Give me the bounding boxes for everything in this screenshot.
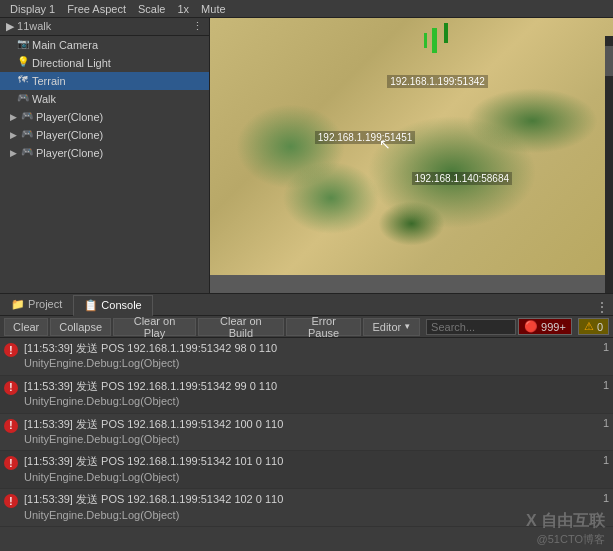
error-icon-0: !: [4, 343, 18, 357]
clear-button[interactable]: Clear: [4, 318, 48, 336]
hierarchy-label-player-3: Player(Clone): [36, 147, 103, 159]
error-count: 999+: [541, 321, 566, 333]
expand-arrow-3[interactable]: ▶: [10, 148, 20, 158]
hierarchy-menu-icon[interactable]: ⋮: [192, 20, 203, 33]
hierarchy-label-terrain: Terrain: [32, 75, 66, 87]
viewport[interactable]: 192.168.1.199:51342 192.168.1.199:51451 …: [210, 18, 613, 293]
msg-line2-1: UnityEngine.Debug:Log(Object): [24, 394, 589, 409]
msg-line1-3: [11:53:39] 发送 POS 192.168.1.199:51342 10…: [24, 454, 589, 469]
msg-line1-2: [11:53:39] 发送 POS 192.168.1.199:51342 10…: [24, 417, 589, 432]
error-icon-2: !: [4, 419, 18, 433]
console-message-4[interactable]: ! [11:53:39] 发送 POS 192.168.1.199:51342 …: [0, 489, 613, 527]
error-icon-1: !: [4, 381, 18, 395]
main-layout: ▶ 11walk ⋮ 📷 Main Camera 💡 Directional L…: [0, 18, 613, 293]
clear-on-build-button[interactable]: Clear on Build: [198, 318, 284, 336]
walk-icon: 🎮: [16, 92, 30, 106]
hierarchy-item-player-1[interactable]: ▶ 🎮 Player(Clone): [0, 108, 209, 126]
hierarchy-panel: ▶ 11walk ⋮ 📷 Main Camera 💡 Directional L…: [0, 18, 210, 293]
msg-line2-0: UnityEngine.Debug:Log(Object): [24, 356, 589, 371]
warning-count: 0: [597, 321, 603, 333]
error-pause-button[interactable]: Error Pause: [286, 318, 362, 336]
collapse-button[interactable]: Collapse: [50, 318, 111, 336]
msg-count-2: 1: [593, 417, 609, 429]
light-icon: 💡: [16, 56, 30, 70]
hierarchy-title: ▶ 11walk: [6, 20, 51, 33]
marker-3: [424, 33, 427, 48]
hierarchy-label-player-1: Player(Clone): [36, 111, 103, 123]
hierarchy-item-walk[interactable]: 🎮 Walk: [0, 90, 209, 108]
warning-icon: ⚠: [584, 320, 594, 333]
player-icon-1: 🎮: [20, 110, 34, 124]
marker-1: [432, 28, 437, 53]
bottom-panel: 📁 Project 📋 Console ⋮ Clear Collapse Cle…: [0, 293, 613, 551]
msg-line2-3: UnityEngine.Debug:Log(Object): [24, 470, 589, 485]
toolbar-display[interactable]: Display 1: [4, 3, 61, 15]
ip-label-1: 192.168.1.199:51342: [387, 75, 488, 88]
error-icon-3: !: [4, 456, 18, 470]
console-messages[interactable]: ! [11:53:39] 发送 POS 192.168.1.199:51342 …: [0, 338, 613, 551]
warning-badge[interactable]: ⚠ 0: [578, 318, 609, 335]
viewport-scrollbar[interactable]: [605, 36, 613, 293]
expand-arrow-2[interactable]: ▶: [10, 130, 20, 140]
console-menu-icon[interactable]: ⋮: [595, 299, 609, 315]
ip-label-3: 192.168.1.140:58684: [412, 172, 513, 185]
console-toolbar: Clear Collapse Clear on Play Clear on Bu…: [0, 316, 613, 338]
watermark-line1: X 自由互联: [526, 511, 605, 532]
console-message-2[interactable]: ! [11:53:39] 发送 POS 192.168.1.199:51342 …: [0, 414, 613, 452]
hierarchy-item-main-camera[interactable]: 📷 Main Camera: [0, 36, 209, 54]
project-tab-icon: 📁: [11, 298, 25, 310]
viewport-content: 192.168.1.199:51342 192.168.1.199:51451 …: [210, 18, 613, 275]
marker-2: [444, 23, 448, 43]
msg-line1-1: [11:53:39] 发送 POS 192.168.1.199:51342 99…: [24, 379, 589, 394]
error-icon: 🔴: [524, 320, 538, 333]
console-tab-icon: 📋: [84, 299, 98, 311]
console-message-1[interactable]: ! [11:53:39] 发送 POS 192.168.1.199:51342 …: [0, 376, 613, 414]
top-toolbar: Display 1 Free Aspect Scale 1x Mute: [0, 0, 613, 18]
hierarchy-item-directional-light[interactable]: 💡 Directional Light: [0, 54, 209, 72]
hierarchy-item-terrain[interactable]: 🗺 Terrain: [0, 72, 209, 90]
msg-line1-4: [11:53:39] 发送 POS 192.168.1.199:51342 10…: [24, 492, 589, 507]
terrain-icon: 🗺: [16, 74, 30, 88]
toolbar-mute[interactable]: Mute: [195, 3, 231, 15]
editor-label: Editor: [372, 321, 401, 333]
tab-project[interactable]: 📁 Project: [0, 294, 73, 315]
editor-dropdown-button[interactable]: Editor ▼: [363, 318, 420, 336]
hierarchy-item-player-3[interactable]: ▶ 🎮 Player(Clone): [0, 144, 209, 162]
console-tabs: 📁 Project 📋 Console ⋮: [0, 294, 613, 316]
msg-text-4: [11:53:39] 发送 POS 192.168.1.199:51342 10…: [24, 492, 589, 523]
msg-line1-0: [11:53:39] 发送 POS 192.168.1.199:51342 98…: [24, 341, 589, 356]
watermark: X 自由互联 @51CTO博客: [526, 511, 605, 547]
clear-on-play-button[interactable]: Clear on Play: [113, 318, 196, 336]
player-icon-2: 🎮: [20, 128, 34, 142]
toolbar-scale[interactable]: Scale: [132, 3, 172, 15]
player-icon-3: 🎮: [20, 146, 34, 160]
terrain-background: [210, 18, 613, 275]
error-icon-4: !: [4, 494, 18, 508]
msg-count-0: 1: [593, 341, 609, 353]
hierarchy-item-player-2[interactable]: ▶ 🎮 Player(Clone): [0, 126, 209, 144]
console-message-0[interactable]: ! [11:53:39] 发送 POS 192.168.1.199:51342 …: [0, 338, 613, 376]
toolbar-aspect[interactable]: Free Aspect: [61, 3, 132, 15]
tab-console[interactable]: 📋 Console: [73, 295, 152, 316]
dropdown-arrow-icon: ▼: [403, 322, 411, 331]
msg-count-1: 1: [593, 379, 609, 391]
hierarchy-label-main-camera: Main Camera: [32, 39, 98, 51]
msg-count-3: 1: [593, 454, 609, 466]
error-badge[interactable]: 🔴 999+: [518, 318, 572, 335]
viewport-scrollbar-thumb[interactable]: [605, 46, 613, 76]
expand-arrow-1[interactable]: ▶: [10, 112, 20, 122]
msg-text-2: [11:53:39] 发送 POS 192.168.1.199:51342 10…: [24, 417, 589, 448]
ip-label-2: 192.168.1.199:51451: [315, 131, 416, 144]
hierarchy-label-walk: Walk: [32, 93, 56, 105]
msg-text-0: [11:53:39] 发送 POS 192.168.1.199:51342 98…: [24, 341, 589, 372]
console-message-3[interactable]: ! [11:53:39] 发送 POS 192.168.1.199:51342 …: [0, 451, 613, 489]
console-right: 🔴 999+ ⚠ 0: [518, 318, 609, 335]
camera-icon: 📷: [16, 38, 30, 52]
toolbar-zoom[interactable]: 1x: [171, 3, 195, 15]
msg-text-1: [11:53:39] 发送 POS 192.168.1.199:51342 99…: [24, 379, 589, 410]
hierarchy-header: ▶ 11walk ⋮: [0, 18, 209, 36]
hierarchy-label-directional-light: Directional Light: [32, 57, 111, 69]
hierarchy-label-player-2: Player(Clone): [36, 129, 103, 141]
watermark-line2: @51CTO博客: [526, 532, 605, 547]
console-search-input[interactable]: [426, 319, 516, 335]
